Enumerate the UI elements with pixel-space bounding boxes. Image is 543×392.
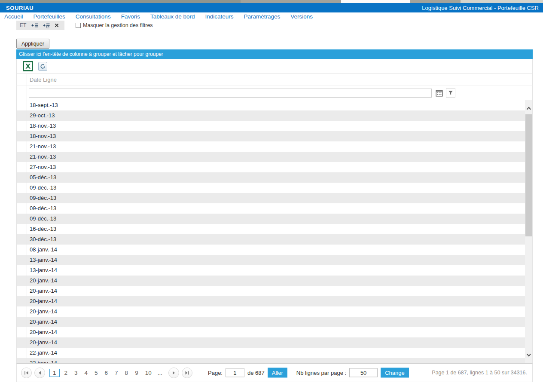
- table-row[interactable]: 21-nov.-13: [17, 141, 525, 152]
- page-number-input[interactable]: [226, 368, 244, 377]
- clear-filter-icon[interactable]: [55, 23, 59, 28]
- page-label: Page:: [208, 370, 223, 376]
- row-indent-cell: [17, 327, 27, 337]
- row-indent-cell: [17, 203, 27, 214]
- table-row[interactable]: 05-déc.-13: [17, 172, 525, 183]
- date-cell: 21-nov.-13: [27, 141, 56, 152]
- page-count-label: de 687: [247, 370, 265, 376]
- page-number-8[interactable]: 8: [122, 369, 132, 377]
- row-indent-cell: [17, 183, 27, 193]
- nav-item-consultations[interactable]: Consultations: [70, 13, 116, 20]
- table-row[interactable]: 20-janv.-14: [17, 286, 525, 296]
- row-indent-cell: [17, 348, 27, 358]
- browser-chrome-fragment: [461, 0, 543, 3]
- page-number-list: 12345678910...: [49, 369, 165, 377]
- row-indent-cell: [17, 276, 27, 286]
- table-row[interactable]: 21-nov.-13: [17, 152, 525, 162]
- table-row[interactable]: 20-janv.-14: [17, 276, 525, 286]
- go-to-page-button[interactable]: Aller: [268, 368, 287, 378]
- nav-item-accueil[interactable]: Accueil: [4, 13, 28, 20]
- first-page-button[interactable]: [21, 368, 32, 378]
- table-row[interactable]: 20-janv.-14: [17, 306, 525, 317]
- hide-filters-checkbox[interactable]: [76, 23, 81, 28]
- apply-button[interactable]: Appliquer: [16, 39, 49, 49]
- page-number-10[interactable]: 10: [142, 369, 155, 377]
- page-number-9[interactable]: 9: [131, 369, 142, 377]
- filter-operator-label[interactable]: ET: [20, 22, 26, 28]
- rows-per-page-input[interactable]: [349, 368, 378, 377]
- page-title: Logistique Suivi Commercial - Portefeuil…: [422, 5, 539, 11]
- date-cell: 30-déc.-13: [27, 234, 56, 245]
- scroll-up-icon[interactable]: [525, 105, 532, 111]
- data-grid: Glisser ici l'en-tête de colonne à group…: [16, 49, 533, 382]
- table-row[interactable]: 09-déc.-13: [17, 193, 525, 203]
- next-page-button[interactable]: [168, 368, 179, 378]
- scrollbar-thumb[interactable]: [525, 114, 532, 236]
- date-cell: 20-janv.-14: [27, 337, 57, 348]
- nav-item-tableaux-de-bord[interactable]: Tableaux de bord: [145, 13, 200, 20]
- nav-item-favoris[interactable]: Favoris: [116, 13, 145, 20]
- page-number-5[interactable]: 5: [91, 369, 101, 377]
- browser-chrome: [0, 0, 543, 3]
- vertical-scrollbar[interactable]: [525, 100, 532, 363]
- application-window: SOURIAU Logistique Suivi Commercial - Po…: [0, 0, 543, 392]
- previous-page-button[interactable]: [34, 368, 45, 378]
- date-filter-input[interactable]: [29, 89, 432, 98]
- table-row[interactable]: 09-déc.-13: [17, 183, 525, 193]
- table-row[interactable]: 16-déc.-13: [17, 224, 525, 234]
- nav-item-indicateurs[interactable]: Indicateurs: [200, 13, 238, 20]
- grid-rows-list: 18-sept.-1329-oct.-1318-nov.-1318-nov.-1…: [17, 100, 532, 363]
- date-cell: 20-janv.-14: [27, 306, 57, 317]
- table-row[interactable]: 18-nov.-13: [17, 131, 525, 141]
- table-row[interactable]: 18-nov.-13: [17, 121, 525, 131]
- scroll-down-icon[interactable]: [525, 352, 532, 358]
- table-row[interactable]: 22-janv.-14: [17, 348, 525, 358]
- date-cell: 29-oct.-13: [27, 110, 55, 121]
- pager-controls: Page: de 687 Aller Nb lignes par page : …: [208, 368, 409, 378]
- date-cell: 18-sept.-13: [27, 100, 58, 110]
- page-number-3[interactable]: 3: [71, 369, 81, 377]
- nav-item-versions[interactable]: Versions: [285, 13, 318, 20]
- table-row[interactable]: 22-janv.-14: [17, 358, 525, 363]
- add-condition-icon[interactable]: [31, 23, 38, 28]
- table-row[interactable]: 20-janv.-14: [17, 327, 525, 337]
- row-indent-cell: [17, 152, 27, 162]
- add-group-icon[interactable]: [43, 23, 50, 28]
- grid-rows-area: 18-sept.-1329-oct.-1318-nov.-1318-nov.-1…: [16, 100, 533, 363]
- calendar-icon[interactable]: [436, 89, 443, 97]
- table-row[interactable]: 30-déc.-13: [17, 234, 525, 245]
- row-indent-cell: [17, 100, 27, 110]
- refresh-icon[interactable]: [38, 62, 47, 71]
- filter-funnel-icon[interactable]: [446, 88, 455, 98]
- page-number-1[interactable]: 1: [49, 369, 60, 377]
- page-number-7[interactable]: 7: [111, 369, 122, 377]
- table-row[interactable]: 20-janv.-14: [17, 296, 525, 306]
- table-row[interactable]: 29-oct.-13: [17, 110, 525, 121]
- browser-chrome-fragment: [0, 0, 241, 3]
- nav-item-parametrages[interactable]: Paramètrages: [239, 13, 286, 20]
- page-ellipsis: ...: [155, 369, 165, 377]
- row-indent-cell: [17, 234, 27, 245]
- table-row[interactable]: 09-déc.-13: [17, 203, 525, 214]
- page-number-4[interactable]: 4: [81, 369, 92, 377]
- table-row[interactable]: 20-janv.-14: [17, 317, 525, 327]
- row-indent-cell: [17, 245, 27, 255]
- row-indent-cell: [17, 296, 27, 306]
- table-row[interactable]: 13-janv.-14: [17, 265, 525, 276]
- group-by-panel[interactable]: Glisser ici l'en-tête de colonne à group…: [16, 49, 533, 59]
- table-row[interactable]: 08-janv.-14: [17, 245, 525, 255]
- nav-item-portefeuilles[interactable]: Portefeuilles: [28, 13, 70, 20]
- change-page-size-button[interactable]: Change: [381, 368, 409, 378]
- table-row[interactable]: 27-nov.-13: [17, 162, 525, 172]
- table-row[interactable]: 20-janv.-14: [17, 337, 525, 348]
- row-indent-cell: [17, 286, 27, 296]
- table-row[interactable]: 09-déc.-13: [17, 214, 525, 224]
- page-number-2[interactable]: 2: [61, 369, 71, 377]
- excel-export-icon[interactable]: [22, 61, 34, 72]
- hide-filters-control: Masquer la gestion des filtres: [76, 22, 153, 28]
- table-row[interactable]: 13-janv.-14: [17, 255, 525, 265]
- column-header-date-ligne[interactable]: Date Ligne: [27, 74, 57, 86]
- page-number-6[interactable]: 6: [101, 369, 112, 377]
- table-row[interactable]: 18-sept.-13: [17, 100, 525, 110]
- last-page-button[interactable]: [182, 368, 192, 378]
